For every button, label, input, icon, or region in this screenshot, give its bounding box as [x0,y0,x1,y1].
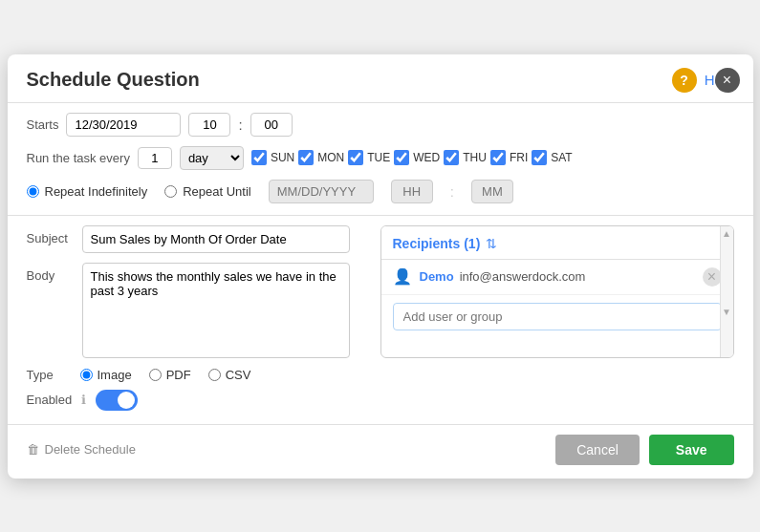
scrollbar-track: ▼ [720,265,733,319]
modal-title: Schedule Question [27,69,200,91]
delete-schedule-button[interactable]: 🗑 Delete Schedule [27,442,136,457]
type-pdf-radio[interactable] [149,369,162,381]
repeat-until-min-input[interactable] [471,180,513,203]
schedule-area: Starts : Run the task every day week mon… [8,103,753,211]
day-fri-label: FRI [510,151,528,164]
type-image-option[interactable]: Image [80,368,132,382]
run-task-row: Run the task every day week month SUN MO… [27,146,734,170]
help-icon-button[interactable]: ? [672,68,697,93]
add-user-row [381,295,733,338]
subject-label: Subject [27,225,73,245]
body-textarea[interactable]: This shows the monthly sales we have in … [82,263,350,358]
save-button[interactable]: Save [649,435,734,465]
type-pdf-label: PDF [166,368,191,382]
starts-hour-input[interactable] [188,113,230,137]
body-row: Body This shows the monthly sales we hav… [27,263,365,358]
repeat-until-label: Repeat Until [183,184,251,199]
scroll-up-icon[interactable]: ▲ [720,226,733,241]
checkbox-wed[interactable] [394,150,409,165]
type-csv-option[interactable]: CSV [208,368,251,382]
user-icon: 👤 [393,267,412,286]
run-label: Run the task every [27,151,130,165]
modal-footer: 🗑 Delete Schedule Cancel Save [8,424,753,479]
enabled-label: Enabled [27,393,73,407]
type-csv-radio[interactable] [208,369,221,381]
recipients-title: Recipients (1) [393,236,481,251]
starts-label: Starts [27,117,59,132]
checkbox-tue[interactable] [348,150,363,165]
repeat-until-option[interactable]: Repeat Until [164,184,251,199]
repeat-indefinitely-label: Repeat Indefinitely [45,184,148,199]
recipients-panel: Recipients (1) ⇅ ▲ 👤 Demo info@answerdoc… [380,225,734,358]
left-panel: Subject Body This shows the monthly sale… [27,225,365,358]
enabled-toggle[interactable] [96,390,138,411]
recipient-email: info@answerdock.com [460,269,586,284]
subject-row: Subject [27,225,365,253]
type-pdf-option[interactable]: PDF [149,368,191,382]
cancel-button[interactable]: Cancel [555,435,640,465]
day-sat-label: SAT [551,151,572,164]
day-mon-label: MON [317,151,344,164]
repeat-until-date-input[interactable] [269,180,374,203]
scroll-down-icon[interactable]: ▼ [720,305,733,319]
main-area: Subject Body This shows the monthly sale… [8,225,753,368]
body-label: Body [27,263,73,283]
delete-label: Delete Schedule [45,442,136,457]
type-label: Type [27,368,73,382]
checkbox-sun[interactable] [251,150,267,165]
day-sun-label: SUN [271,151,294,164]
recipient-name: Demo [420,269,454,284]
type-image-radio[interactable] [80,369,93,381]
sort-icon[interactable]: ⇅ [486,236,497,251]
days-group: SUN MON TUE WED THU FRI SAT [251,150,573,165]
modal-header: Schedule Question ? Help [8,54,753,102]
day-thu-label: THU [463,151,487,164]
checkbox-thu[interactable] [444,150,459,165]
recipient-remove-button[interactable]: × [703,267,722,287]
close-button[interactable]: × [715,68,740,93]
time-separator: : [238,117,242,133]
repeat-row: Repeat Indefinitely Repeat Until : [27,180,734,203]
run-unit-select[interactable]: day week month [180,146,244,170]
enabled-row: Enabled ℹ [8,390,753,420]
subject-input[interactable] [82,225,350,253]
starts-date-input[interactable] [66,113,181,137]
starts-row: Starts : [27,113,734,137]
repeat-indefinitely-option[interactable]: Repeat Indefinitely [27,184,148,199]
add-user-input[interactable] [393,303,722,330]
section-divider [8,215,753,216]
run-value-input[interactable] [138,147,172,169]
starts-min-input[interactable] [250,113,293,137]
schedule-modal: × Schedule Question ? Help Starts : Run … [8,54,753,479]
type-image-label: Image [98,368,132,382]
type-csv-label: CSV [226,368,251,382]
checkbox-sat[interactable] [532,150,547,165]
type-row: Type Image PDF CSV [8,368,753,382]
day-tue-label: TUE [367,151,390,164]
recipient-item-0: 👤 Demo info@answerdock.com × [381,260,733,295]
checkbox-fri[interactable] [490,150,506,165]
repeat-until-hour-input[interactable] [391,180,433,203]
repeat-until-radio[interactable] [164,185,177,198]
repeat-time-sep: : [450,183,454,200]
day-wed-label: WED [413,151,440,164]
footer-actions: Cancel Save [555,435,733,465]
checkbox-mon[interactable] [298,150,314,165]
info-icon[interactable]: ℹ [81,393,86,407]
recipients-header: Recipients (1) ⇅ ▲ [381,226,733,260]
trash-icon: 🗑 [27,442,39,457]
repeat-indefinitely-radio[interactable] [27,185,39,198]
